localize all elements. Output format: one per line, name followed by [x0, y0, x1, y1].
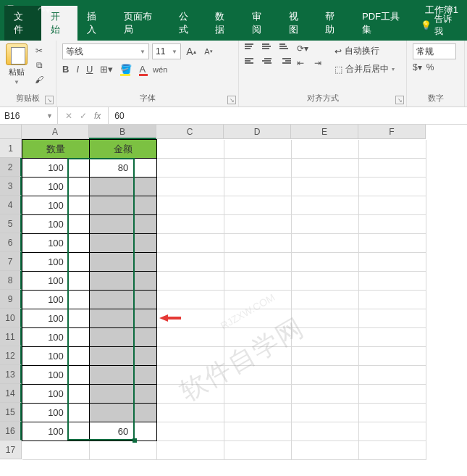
cell-F16[interactable]: [359, 422, 426, 441]
col-head-D[interactable]: D: [224, 125, 291, 139]
italic-button[interactable]: I: [76, 64, 79, 75]
cell-C8[interactable]: [157, 272, 224, 291]
row-head-6[interactable]: 6: [0, 233, 22, 252]
underline-button[interactable]: U: [86, 64, 93, 75]
row-head-3[interactable]: 3: [0, 177, 22, 196]
cell-D10[interactable]: [224, 309, 292, 328]
cell-C1[interactable]: [157, 140, 224, 159]
cell-E10[interactable]: [292, 309, 359, 328]
cell-B5[interactable]: [90, 215, 157, 234]
tell-me[interactable]: 💡 告诉我: [416, 10, 463, 41]
font-name-select[interactable]: 等线 ▼: [62, 43, 149, 59]
col-head-F[interactable]: F: [358, 125, 426, 139]
cell-D6[interactable]: [224, 234, 292, 253]
cell-C15[interactable]: [157, 404, 224, 422]
align-middle-icon[interactable]: [262, 43, 274, 54]
col-head-A[interactable]: A: [22, 125, 89, 139]
cell-E17[interactable]: [292, 441, 359, 460]
cell-A2[interactable]: 100: [22, 159, 90, 178]
cell-D14[interactable]: [224, 385, 292, 404]
paste-button[interactable]: [6, 43, 28, 65]
row-head-1[interactable]: 1: [0, 139, 22, 158]
cell-B17[interactable]: [90, 441, 157, 460]
font-launcher[interactable]: ↘: [227, 96, 236, 104]
cell-F15[interactable]: [359, 404, 426, 422]
cell-E5[interactable]: [292, 215, 359, 234]
cell-D11[interactable]: [224, 328, 292, 347]
row-head-11[interactable]: 11: [0, 327, 22, 346]
percent-icon[interactable]: %: [426, 62, 434, 72]
cell-A11[interactable]: 100: [22, 328, 90, 347]
align-right-icon[interactable]: [279, 58, 291, 68]
cell-E2[interactable]: [292, 159, 359, 178]
cell-F12[interactable]: [359, 347, 426, 366]
row-head-16[interactable]: 16: [0, 422, 22, 440]
row-head-14[interactable]: 14: [0, 384, 22, 403]
cell-D2[interactable]: [224, 159, 292, 178]
cell-C4[interactable]: [157, 196, 224, 215]
tab-view[interactable]: 视图: [279, 6, 316, 41]
cell-F5[interactable]: [359, 215, 426, 234]
copy-icon[interactable]: ⧉: [33, 59, 45, 71]
cell-C13[interactable]: [157, 366, 224, 385]
cell-C3[interactable]: [157, 178, 224, 196]
cell-D1[interactable]: [224, 140, 292, 159]
cell-C16[interactable]: [157, 422, 224, 441]
redo-icon[interactable]: ↷▾: [38, 5, 51, 16]
cell-A8[interactable]: 100: [22, 272, 90, 291]
cell-B8[interactable]: [90, 272, 157, 291]
row-head-15[interactable]: 15: [0, 403, 22, 422]
fill-handle[interactable]: [132, 438, 137, 443]
cell-D9[interactable]: [224, 291, 292, 309]
cell-A1[interactable]: 数量: [22, 140, 90, 159]
currency-icon[interactable]: $▾: [413, 62, 422, 72]
bold-button[interactable]: B: [62, 64, 69, 75]
cell-B9[interactable]: [90, 291, 157, 309]
cell-C2[interactable]: [157, 159, 224, 178]
cell-A17[interactable]: [22, 441, 90, 460]
merge-center-button[interactable]: ⬚ 合并后居中 ▾: [332, 62, 397, 77]
row-head-2[interactable]: 2: [0, 158, 22, 177]
cell-A14[interactable]: 100: [22, 385, 90, 404]
tab-page-layout[interactable]: 页面布局: [114, 6, 169, 41]
cell-B16[interactable]: 60: [90, 422, 157, 441]
row-head-8[interactable]: 8: [0, 271, 22, 290]
tab-pdf-tools[interactable]: PDF工具集: [353, 6, 416, 41]
cell-E15[interactable]: [292, 404, 359, 422]
cell-B15[interactable]: [90, 404, 157, 422]
cell-C7[interactable]: [157, 253, 224, 272]
cell-A4[interactable]: 100: [22, 196, 90, 215]
fill-color-button[interactable]: 🪣: [120, 64, 132, 75]
cell-E4[interactable]: [292, 196, 359, 215]
cell-C6[interactable]: [157, 234, 224, 253]
cell-D8[interactable]: [224, 272, 292, 291]
cell-B6[interactable]: [90, 234, 157, 253]
orientation-icon[interactable]: ⟳▾: [297, 43, 308, 54]
wrap-text-button[interactable]: ↩ 自动换行: [332, 43, 397, 59]
cell-D17[interactable]: [224, 441, 292, 460]
decrease-indent-icon[interactable]: ⇤: [297, 58, 308, 68]
cell-C5[interactable]: [157, 215, 224, 234]
accept-formula-icon[interactable]: ✓: [80, 111, 87, 121]
row-head-10[interactable]: 10: [0, 309, 22, 327]
cell-D7[interactable]: [224, 253, 292, 272]
cell-E8[interactable]: [292, 272, 359, 291]
increase-font-icon[interactable]: A▴: [184, 44, 198, 59]
row-head-17[interactable]: 17: [0, 440, 22, 459]
cell-A10[interactable]: 100: [22, 309, 90, 328]
cell-B4[interactable]: [90, 196, 157, 215]
cell-B3[interactable]: [90, 178, 157, 196]
cell-E12[interactable]: [292, 347, 359, 366]
cell-B1[interactable]: 金额: [90, 140, 157, 159]
cell-B10[interactable]: [90, 309, 157, 328]
tab-review[interactable]: 审阅: [243, 6, 279, 41]
cell-F1[interactable]: [359, 140, 426, 159]
cell-F13[interactable]: [359, 366, 426, 385]
cell-A13[interactable]: 100: [22, 366, 90, 385]
cell-B11[interactable]: [90, 328, 157, 347]
cell-C12[interactable]: [157, 347, 224, 366]
cell-C17[interactable]: [157, 441, 224, 460]
cell-E16[interactable]: [292, 422, 359, 441]
clipboard-launcher[interactable]: ↘: [45, 96, 54, 104]
cell-E9[interactable]: [292, 291, 359, 309]
